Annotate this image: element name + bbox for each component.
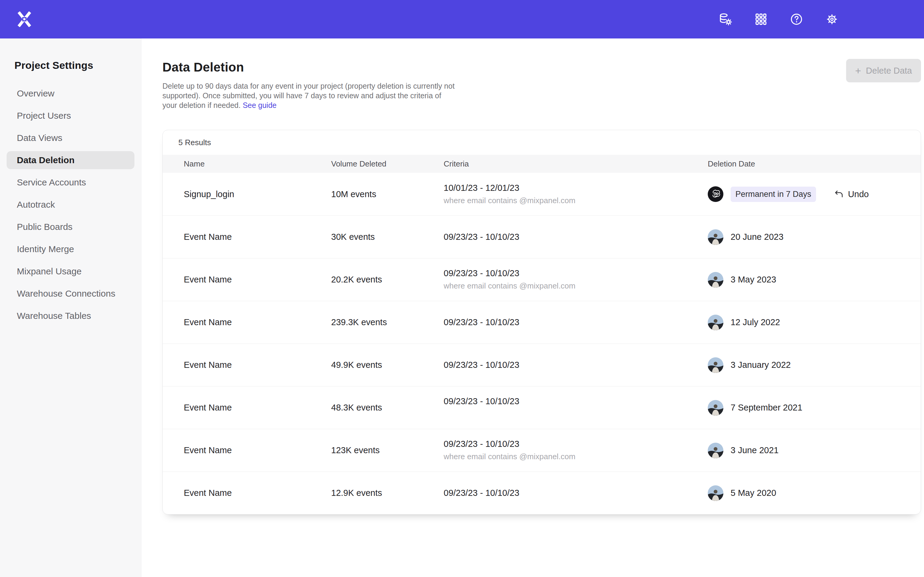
- sidebar-item-identity-merge[interactable]: Identity Merge: [6, 240, 134, 258]
- deletion-date-cell: 5 May 2020: [708, 485, 921, 501]
- page-description: Delete up to 90 days data for any event …: [162, 81, 457, 110]
- column-header-criteria: Criteria: [444, 159, 708, 169]
- table-row: Event Name 30K events 09/23/23 - 10/10/2…: [163, 216, 921, 258]
- criteria-range: 09/23/23 - 10/10/23: [444, 318, 708, 327]
- deletion-date: 3 May 2023: [730, 275, 776, 285]
- criteria-cell: 09/23/23 - 10/10/23: [444, 360, 708, 370]
- criteria-cell: 09/23/23 - 10/10/23: [444, 232, 708, 242]
- sidebar-item-autotrack[interactable]: Autotrack: [6, 196, 134, 214]
- table-row: Event Name 12.9K events 09/23/23 - 10/10…: [163, 472, 921, 514]
- page-title: Data Deletion: [162, 60, 921, 74]
- user-avatar: [708, 315, 724, 330]
- event-name: Event Name: [184, 275, 331, 285]
- user-avatar: [708, 272, 724, 288]
- user-avatar: [708, 485, 724, 501]
- deletion-date: 3 January 2022: [730, 360, 791, 370]
- deletion-date-cell: Permanent in 7 Days Undo: [708, 186, 921, 202]
- delete-data-button[interactable]: + Delete Data: [846, 59, 921, 82]
- criteria-range: 09/23/23 - 10/10/23: [444, 488, 708, 498]
- page-description-text: Delete up to 90 days data for any event …: [162, 82, 454, 110]
- criteria-range: 09/23/23 - 10/10/23: [444, 439, 708, 449]
- volume-deleted: 30K events: [331, 232, 444, 242]
- main-content: Data Deletion Delete up to 90 days data …: [141, 39, 924, 577]
- volume-deleted: 12.9K events: [331, 488, 444, 498]
- sidebar-item-project-users[interactable]: Project Users: [6, 107, 134, 125]
- deletion-date-cell: 20 June 2023: [708, 229, 921, 245]
- table-row: Event Name 49.9K events 09/23/23 - 10/10…: [163, 343, 921, 386]
- event-name: Event Name: [184, 445, 331, 455]
- user-avatar: [708, 357, 724, 373]
- deletion-date: 3 June 2021: [730, 445, 779, 455]
- table-row: Event Name 48.3K events 09/23/23 - 10/10…: [163, 386, 921, 429]
- deletion-date-cell: 3 June 2021: [708, 443, 921, 458]
- criteria-cell: 09/23/23 - 10/10/23: [444, 396, 708, 419]
- undo-label: Undo: [848, 189, 869, 199]
- event-name: Event Name: [184, 232, 331, 242]
- mixpanel-logo[interactable]: [17, 11, 32, 27]
- criteria-range: 09/23/23 - 10/10/23: [444, 232, 708, 242]
- event-name: Signup_login: [184, 189, 331, 199]
- user-avatar: [708, 400, 724, 416]
- event-name: Event Name: [184, 360, 331, 370]
- deletion-date-cell: 3 January 2022: [708, 357, 921, 373]
- results-count: 5 Results: [163, 130, 921, 155]
- column-header-deletion-date: Deletion Date: [708, 159, 921, 169]
- volume-deleted: 49.9K events: [331, 360, 444, 370]
- deletion-date: 7 September 2021: [730, 403, 803, 413]
- table-row: Event Name 20.2K events 09/23/23 - 10/10…: [163, 258, 921, 301]
- sidebar-item-data-deletion[interactable]: Data Deletion: [6, 151, 134, 169]
- sidebar-nav: Overview Project Users Data Views Data D…: [6, 84, 134, 325]
- settings-icon[interactable]: [825, 12, 839, 26]
- criteria-cell: 09/23/23 - 10/10/23 where email contains…: [444, 268, 708, 291]
- see-guide-link[interactable]: See guide: [243, 101, 277, 110]
- criteria-cell: 10/01/23 - 12/01/23 where email contains…: [444, 183, 708, 206]
- event-name: Event Name: [184, 403, 331, 413]
- sidebar: Project Settings Overview Project Users …: [0, 39, 141, 577]
- volume-deleted: 48.3K events: [331, 403, 444, 413]
- criteria-cell: 09/23/23 - 10/10/23: [444, 488, 708, 498]
- criteria-cell: 09/23/23 - 10/10/23 where email contains…: [444, 439, 708, 462]
- criteria-filter: where email contains @mixpanel.com: [444, 451, 708, 462]
- sidebar-item-overview[interactable]: Overview: [6, 84, 134, 103]
- volume-deleted: 10M events: [331, 189, 444, 199]
- criteria-range: 10/01/23 - 12/01/23: [444, 183, 708, 193]
- table-row: Event Name 239.3K events 09/23/23 - 10/1…: [163, 301, 921, 343]
- deletion-date: 20 June 2023: [730, 232, 783, 242]
- criteria-filter: [444, 409, 708, 419]
- volume-deleted: 123K events: [331, 445, 444, 455]
- user-avatar: [708, 443, 724, 458]
- event-name: Event Name: [184, 488, 331, 498]
- deletion-table-card: 5 Results Name Volume Deleted Criteria D…: [162, 130, 921, 514]
- criteria-filter: where email contains @mixpanel.com: [444, 281, 708, 291]
- user-avatar: [708, 229, 724, 245]
- table-row: Signup_login 10M events 10/01/23 - 12/01…: [163, 173, 921, 216]
- plus-icon: +: [855, 66, 861, 76]
- volume-deleted: 239.3K events: [331, 318, 444, 327]
- deletion-date-cell: 7 September 2021: [708, 400, 921, 416]
- sidebar-item-warehouse-connections[interactable]: Warehouse Connections: [6, 285, 134, 303]
- table-header-row: Name Volume Deleted Criteria Deletion Da…: [163, 155, 921, 173]
- user-avatar: [708, 186, 724, 202]
- criteria-cell: 09/23/23 - 10/10/23: [444, 318, 708, 327]
- deletion-date: 12 July 2022: [730, 318, 780, 327]
- column-header-name: Name: [184, 159, 331, 169]
- sidebar-item-public-boards[interactable]: Public Boards: [6, 218, 134, 236]
- status-badge: Permanent in 7 Days: [730, 187, 816, 202]
- table-row: Event Name 123K events 09/23/23 - 10/10/…: [163, 429, 921, 472]
- sidebar-item-mixpanel-usage[interactable]: Mixpanel Usage: [6, 262, 134, 280]
- sidebar-item-service-accounts[interactable]: Service Accounts: [6, 173, 134, 192]
- criteria-range: 09/23/23 - 10/10/23: [444, 360, 708, 370]
- sidebar-item-data-views[interactable]: Data Views: [6, 129, 134, 147]
- undo-icon: [834, 189, 844, 199]
- criteria-filter: where email contains @mixpanel.com: [444, 195, 708, 206]
- event-name: Event Name: [184, 318, 331, 327]
- volume-deleted: 20.2K events: [331, 275, 444, 285]
- sidebar-item-warehouse-tables[interactable]: Warehouse Tables: [6, 307, 134, 325]
- column-header-volume-deleted: Volume Deleted: [331, 159, 444, 169]
- undo-button[interactable]: Undo: [834, 189, 869, 199]
- deletion-date-cell: 12 July 2022: [708, 315, 921, 330]
- data-management-icon[interactable]: [718, 12, 733, 26]
- top-navbar: [0, 0, 924, 39]
- apps-grid-icon[interactable]: [754, 12, 768, 26]
- help-icon[interactable]: [789, 12, 804, 26]
